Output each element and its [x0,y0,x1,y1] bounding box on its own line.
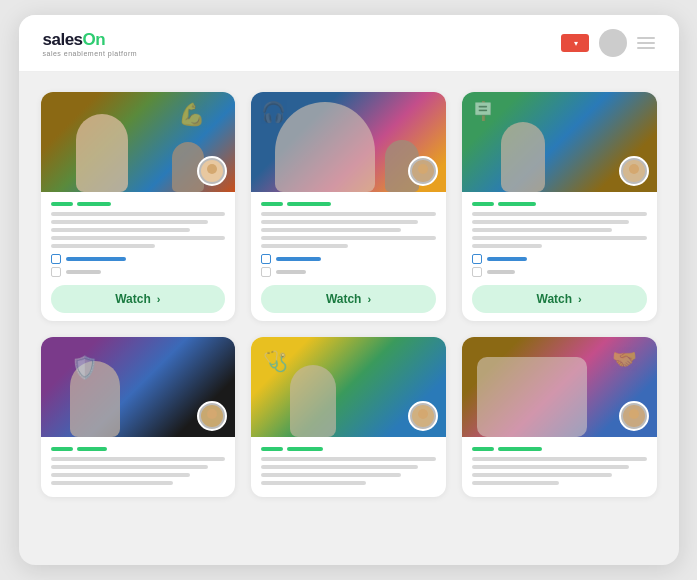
watch-label: Watch [326,292,362,306]
card-4: 🛡️ [41,337,236,497]
card-6-avatar [619,401,649,431]
card-2: 🎧 [251,92,446,321]
card-3-thumbnail: 🪧 [462,92,657,192]
card-3: 🪧 [462,92,657,321]
logo-area: salesOn sales enablement platform [43,30,138,57]
card-3-checkbox-1 [472,254,647,264]
text-line [261,220,418,224]
card-grid: 💪 [19,72,679,507]
card-3-body: Watch › [462,192,657,321]
checkbox-checked[interactable] [51,254,61,264]
header-right [561,29,655,57]
logo: salesOn [43,30,138,50]
stethoscope-icon: 🩺 [263,349,288,373]
checkbox-label [276,257,321,261]
tag-line-2 [498,202,536,206]
figure-side [275,102,375,192]
menu-icon[interactable] [637,37,655,49]
card-2-checkbox-2 [261,267,436,277]
card-6-text [472,457,647,485]
card-3-text [472,212,647,248]
card-5-text [261,457,436,485]
tag-line-1 [261,447,283,451]
card-5-thumbnail: 🩺 [251,337,446,437]
checkbox-unchecked[interactable] [261,267,271,277]
arrow-icon: › [157,293,161,305]
card-4-tags [51,447,226,451]
card-4-avatar-face [201,405,223,427]
card-2-avatar [408,156,438,186]
arrow-icon: › [578,293,582,305]
checkbox-unchecked[interactable] [51,267,61,277]
card-4-body [41,437,236,497]
tag-line-1 [51,447,73,451]
text-line [472,236,647,240]
figure-main [290,365,336,437]
checkbox-label [487,270,515,274]
text-line [472,481,559,485]
card-3-avatar-face [623,160,645,182]
menu-line-2 [637,42,655,44]
logo-highlight: On [83,30,106,49]
card-2-watch-button[interactable]: Watch › [261,285,436,313]
card-1-thumbnail: 💪 [41,92,236,192]
tag-line-2 [498,447,542,451]
text-line [472,220,629,224]
card-5-tags [261,447,436,451]
card-2-thumbnail: 🎧 [251,92,446,192]
sign-icon: 🪧 [472,100,494,122]
header-menu-lines [637,37,655,49]
tag-line-1 [472,447,494,451]
text-line [51,212,226,216]
text-line [261,457,436,461]
card-6-tags [472,447,647,451]
header: salesOn sales enablement platform [19,15,679,72]
card-2-avatar-face [412,160,434,182]
card-1-body: Watch › [41,192,236,321]
card-1-checkbox-2 [51,267,226,277]
text-line [261,481,366,485]
checkbox-checked[interactable] [261,254,271,264]
card-1-tags [51,202,226,206]
card-1-avatar [197,156,227,186]
text-line [472,244,542,248]
tag-line-2 [77,447,107,451]
headset-icon: 🎧 [261,100,286,124]
tag-line-2 [287,202,331,206]
tag-line-2 [287,447,323,451]
card-1-checkbox-1 [51,254,226,264]
card-3-checkbox-2 [472,267,647,277]
muscle-icon: 💪 [178,102,205,128]
shield-dollar-icon: 🛡️ [71,355,98,381]
handshake-icon: 🤝 [612,347,637,371]
card-4-thumbnail: 🛡️ [41,337,236,437]
text-line [261,212,436,216]
card-3-avatar [619,156,649,186]
text-line [472,465,629,469]
text-line [51,457,226,461]
user-avatar[interactable] [599,29,627,57]
watch-label: Watch [537,292,573,306]
tag-line-1 [51,202,73,206]
checkbox-label [487,257,527,261]
text-line [51,228,191,232]
card-5: 🩺 [251,337,446,497]
figure-main [501,122,545,192]
card-5-body [251,437,446,497]
card-3-watch-button[interactable]: Watch › [472,285,647,313]
card-4-avatar [197,401,227,431]
text-line [51,465,208,469]
card-1-avatar-face [201,160,223,182]
card-6-avatar-face [623,405,645,427]
menu-line-3 [637,47,655,49]
card-3-tags [472,202,647,206]
checkbox-checked[interactable] [472,254,482,264]
watch-label: Watch [115,292,151,306]
text-line [472,228,612,232]
card-6-thumbnail: 🤝 [462,337,657,437]
language-selector[interactable] [561,34,589,52]
text-line [261,465,418,469]
card-1-watch-button[interactable]: Watch › [51,285,226,313]
checkbox-unchecked[interactable] [472,267,482,277]
text-line [261,236,436,240]
